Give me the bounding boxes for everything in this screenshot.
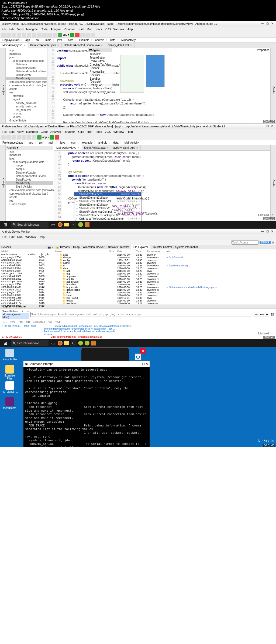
menu-file[interactable]: File [2,28,7,31]
build-icon[interactable] [58,33,62,37]
monitor-icon[interactable] [91,341,96,345]
tree-item[interactable]: com.example.android.data [6,59,47,63]
run-config[interactable]: app ▾ [63,33,69,36]
minimize-icon[interactable]: — [261,230,264,233]
maximize-icon[interactable]: ▢ [265,22,269,26]
open-icon[interactable] [1,33,6,37]
tree-item[interactable]: java [6,157,53,160]
paste-icon[interactable] [37,33,42,37]
menu-build[interactable]: Build [78,28,84,31]
sidebar-right[interactable]: Gradle [270,48,276,132]
device-row[interactable]: com.google..25148604 [0,267,54,269]
build-icon[interactable] [37,135,42,140]
file-row[interactable]: 📁 adb2016-09-3013:29drwx------ [54,270,276,272]
file-row[interactable]: 📁 app-asec2016-09-3013:26drwx------ [54,275,276,278]
quick-access[interactable] [232,240,258,245]
palette-item[interactable]: RadioButton [88,59,112,63]
device-row[interactable]: com.android..28608617 [0,299,54,302]
editor-tab[interactable]: DataItemAdapter.java✕ [28,43,62,48]
menu-view[interactable]: View [17,28,24,31]
tree-item[interactable]: sample [6,167,53,171]
run-icon[interactable] [50,135,54,140]
col-header[interactable]: Permissions [147,250,166,253]
log-col[interactable]: TID [24,321,32,323]
editor-tab[interactable]: activity_detail.xml✕ [105,43,134,48]
close-tab-icon[interactable]: ✕ [57,44,59,47]
menu-vcs[interactable]: VCS [105,28,111,31]
start-button[interactable]: ⊞ [1,221,9,229]
breadcrumb-item[interactable]: app [25,39,30,42]
tree-item[interactable]: com.example.android.data (test) [6,192,53,195]
file-row[interactable]: 📁 data2016-09-3013:29drwxrwx--x [54,291,276,294]
editor-tab[interactable]: DataItemAdapterListView.java✕ [62,43,105,48]
device-row[interactable]: com.android..22858616 [0,296,54,299]
tree-item[interactable]: com.example.android.data (test) [6,84,47,87]
menu-tools[interactable]: Tools [95,130,102,133]
close-tab-icon[interactable]: ✕ [101,44,103,47]
logcat-tab[interactable]: Console [13,304,28,309]
tree-item[interactable]: Gradle Scripts [6,202,53,206]
find-icon[interactable] [42,33,47,37]
close-tab-icon[interactable]: ✕ [136,147,138,149]
close-tab-icon[interactable]: ✕ [77,147,80,149]
close-icon[interactable]: ✕ [270,230,274,233]
tree-item[interactable]: DataItemAdapter [6,66,47,70]
screenshot-icon[interactable]: 📷 ▾ [47,246,53,249]
tree-item[interactable]: manifests [6,52,47,56]
tree-item[interactable]: app [6,150,53,153]
redo-icon[interactable] [17,135,21,140]
device-row[interactable]: com.android..28948603 [0,264,54,267]
save-icon[interactable] [6,135,11,140]
menu-vcs[interactable]: VCS [105,130,111,133]
breadcrumb-item[interactable]: MainActivity [121,39,136,42]
menu-run[interactable]: Run [87,28,92,31]
file-row[interactable]: 📁 app-lib2016-09-3013:26drwxrwx--x [54,278,276,280]
fe-tab[interactable]: 🔒 Threads [54,245,71,249]
file-row[interactable]: 📁 app-private2016-09-3013:26drwxrwx--x [54,280,276,283]
sync-icon[interactable] [12,33,16,37]
menu-file[interactable]: File [2,130,7,133]
fe-tab[interactable]: Emulator Control [150,245,174,249]
recycle-bin[interactable]: Recycle Bin [2,349,18,361]
logcat-search[interactable] [30,312,252,317]
palette-item[interactable]: TextView [88,52,112,56]
tree-item[interactable]: drawable [6,94,47,98]
explorer-icon[interactable] [64,341,69,345]
menu-window[interactable]: Window [113,28,124,31]
menu-tools[interactable]: Tools [95,28,102,31]
file-row[interactable]: 📁 d2016-09-3013:26lrwxrwxrwx→ /sys/kerne… [54,264,276,267]
tree-item[interactable]: assets [6,195,53,199]
code-editor[interactable]: 4445464748495051525354555657585960616263… [54,151,270,221]
menu-help[interactable]: Help [127,130,133,133]
menu-build[interactable]: Build [78,130,84,133]
minimize-icon[interactable]: — [138,362,141,365]
cut-icon[interactable] [22,135,26,140]
debug-icon[interactable] [55,135,59,140]
menu-code[interactable]: Code [41,28,48,31]
tree-item[interactable]: activity_detail.xml [6,101,47,105]
log-col[interactable]: Application [32,321,47,323]
fe-tab[interactable]: Network Statistics [106,245,131,249]
device-row[interactable]: com.google..23368611 [0,283,54,286]
paste-icon[interactable] [32,135,36,140]
breadcrumb-item[interactable]: main [48,141,55,144]
run-icon[interactable] [70,33,74,37]
devices-panel[interactable]: Devices📷 ▾ Name emulator-5554Online7 [6.… [0,245,54,304]
maximize-icon[interactable]: ▢ [265,230,269,233]
undo-icon[interactable] [12,135,16,140]
menu-analyze[interactable]: Analyze [50,130,61,133]
maximize-icon[interactable]: ▢ [265,124,269,128]
fe-tab[interactable]: Allocation Tracker [81,245,106,249]
avd-icon[interactable] [85,33,90,37]
android-studio-icon[interactable] [78,222,83,227]
code-editor[interactable]: 1415161718192021222324252627282930313233… [47,48,270,132]
open-icon[interactable] [1,135,6,140]
palette-item[interactable]: CheckedTextView [88,63,112,66]
minimize-icon[interactable]: — [261,22,264,26]
terminal-icon[interactable]: >_ [71,340,77,346]
tree-item[interactable]: DataItemAdapterListView [6,70,47,73]
tree-item[interactable]: app [6,49,47,52]
menu-window[interactable]: Window [113,130,124,133]
log-col[interactable]: L... [2,321,9,323]
android-studio-icon-2[interactable] [85,341,89,345]
